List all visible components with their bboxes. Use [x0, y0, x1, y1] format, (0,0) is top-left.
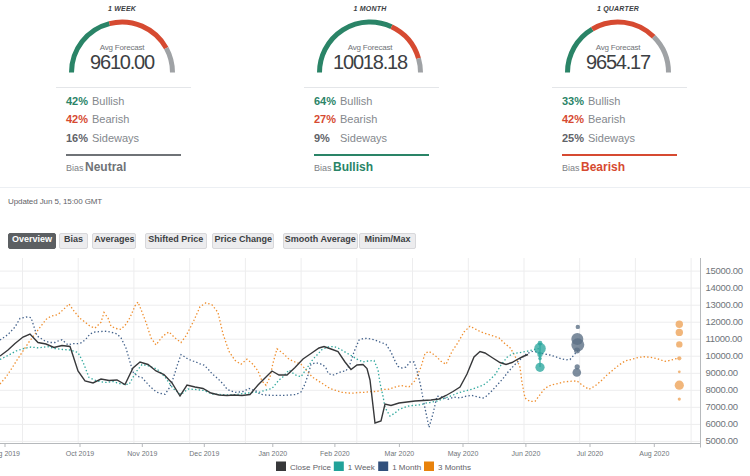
- svg-text:3 Months: 3 Months: [438, 463, 471, 472]
- svg-text:14000.00: 14000.00: [706, 282, 743, 293]
- svg-text:Dec 2019: Dec 2019: [189, 450, 219, 457]
- svg-text:Jun 2020: Jun 2020: [511, 450, 540, 457]
- svg-text:9000.00: 9000.00: [706, 367, 738, 378]
- svg-text:Feb 2020: Feb 2020: [320, 450, 350, 457]
- svg-text:11000.00: 11000.00: [706, 333, 743, 344]
- svg-text:13000.00: 13000.00: [706, 299, 743, 310]
- svg-text:Jul 2020: Jul 2020: [577, 450, 604, 457]
- svg-text:8000.00: 8000.00: [706, 384, 738, 395]
- svg-text:5000.00: 5000.00: [706, 435, 738, 446]
- svg-text:12000.00: 12000.00: [706, 316, 743, 327]
- svg-text:Aug 2020: Aug 2020: [639, 450, 669, 458]
- svg-text:Nov 2019: Nov 2019: [127, 450, 157, 457]
- svg-text:1 Month: 1 Month: [392, 463, 421, 472]
- svg-text:15000.00: 15000.00: [706, 265, 743, 276]
- svg-text:10000.00: 10000.00: [706, 350, 743, 361]
- svg-text:Jan 2020: Jan 2020: [258, 450, 287, 457]
- svg-text:6000.00: 6000.00: [706, 418, 738, 429]
- svg-text:Aug 2019: Aug 2019: [0, 450, 20, 458]
- svg-text:Mar 2020: Mar 2020: [385, 450, 415, 457]
- svg-text:Oct 2019: Oct 2019: [66, 450, 95, 457]
- svg-text:1 Week: 1 Week: [348, 463, 376, 472]
- svg-text:Close Price: Close Price: [290, 463, 331, 472]
- svg-text:7000.00: 7000.00: [706, 401, 738, 412]
- svg-text:May 2020: May 2020: [448, 450, 479, 458]
